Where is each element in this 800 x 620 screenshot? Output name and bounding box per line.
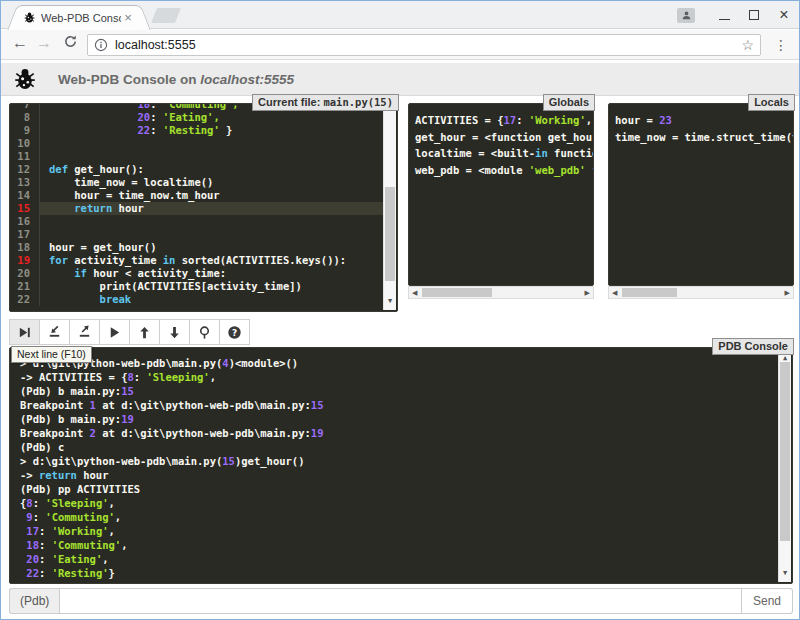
locals-scrollbar-thumb[interactable] bbox=[622, 288, 677, 297]
browser-toolbar: ← → localhost:5555 ☆ ⋮ bbox=[1, 30, 799, 60]
forward-button[interactable]: → bbox=[33, 34, 55, 52]
pdb-console-badge: PDB Console bbox=[712, 338, 794, 355]
console-lines: > d:\git\python-web-pdb\main.py(4)<modul… bbox=[10, 348, 776, 584]
scroll-down-icon[interactable]: ▼ bbox=[779, 566, 791, 580]
locals-badge: Locals bbox=[748, 94, 795, 111]
locals-horizontal-scrollbar[interactable]: ◀ ▶ bbox=[608, 286, 794, 299]
bug-logo-icon bbox=[12, 66, 38, 92]
arrow-down-icon bbox=[167, 325, 182, 340]
address-text: localhost:5555 bbox=[115, 38, 741, 52]
next-line-button[interactable] bbox=[9, 319, 40, 345]
command-row: (Pdb) Send bbox=[9, 588, 793, 614]
scroll-down-icon[interactable]: ▼ bbox=[384, 295, 396, 308]
maximize-button[interactable] bbox=[739, 2, 769, 28]
pdb-console-panel: > d:\git\python-web-pdb\main.py(4)<modul… bbox=[9, 347, 793, 584]
reload-icon bbox=[63, 34, 78, 49]
bug-favicon-icon bbox=[23, 11, 36, 24]
globals-horizontal-scrollbar[interactable]: ◀ ▶ bbox=[408, 286, 594, 299]
scroll-left-icon[interactable]: ◀ bbox=[412, 287, 417, 298]
command-input[interactable] bbox=[59, 588, 742, 614]
help-icon: ? bbox=[227, 325, 242, 340]
scroll-left-icon[interactable]: ◀ bbox=[612, 287, 617, 298]
code-editor-panel: 7 18: 'Commuting',8 20: 'Eating',9 22: '… bbox=[9, 103, 398, 312]
send-button[interactable]: Send bbox=[742, 588, 793, 614]
reload-button[interactable] bbox=[59, 34, 81, 53]
editor-vertical-scrollbar[interactable]: ▼ bbox=[383, 105, 396, 310]
continue-button[interactable] bbox=[99, 319, 130, 345]
console-vertical-scrollbar[interactable]: ▲ ▼ bbox=[778, 349, 791, 582]
tab-close-icon[interactable]: × bbox=[121, 11, 135, 24]
browser-tab[interactable]: Web-PDB Console on loc × bbox=[21, 5, 137, 29]
editor-scrollbar-thumb[interactable] bbox=[385, 187, 395, 281]
app-header: Web-PDB Console on localhost:5555 bbox=[1, 63, 799, 96]
globals-panel: ACTIVITIES = {17: 'Working', 18: 'Commut… bbox=[408, 103, 594, 299]
scroll-right-icon[interactable]: ▶ bbox=[785, 287, 790, 298]
page-title: Web-PDB Console on localhost:5555 bbox=[58, 72, 294, 87]
browser-menu-button[interactable]: ⋮ bbox=[769, 33, 793, 57]
info-icon[interactable] bbox=[94, 38, 108, 52]
code-lines: 7 18: 'Commuting',8 20: 'Eating',9 22: '… bbox=[10, 103, 383, 306]
locals-panel: hour = 23time_now = time.struct_time(tm_… bbox=[608, 103, 794, 299]
locals-view: hour = 23time_now = time.struct_time(tm_… bbox=[608, 103, 794, 286]
help-button[interactable]: ? bbox=[219, 319, 250, 345]
person-icon bbox=[681, 10, 692, 21]
locals-lines: hour = 23time_now = time.struct_time(tm_… bbox=[609, 104, 794, 153]
step-over-icon bbox=[17, 325, 32, 340]
minimize-button[interactable] bbox=[709, 2, 739, 28]
page-title-host: localhost:5555 bbox=[200, 72, 294, 87]
pdb-prompt-label: (Pdb) bbox=[9, 588, 59, 614]
tab-strip: Web-PDB Console on loc × × bbox=[1, 1, 799, 29]
location-pin-icon bbox=[197, 325, 212, 340]
up-stack-button[interactable] bbox=[129, 319, 160, 345]
down-stack-button[interactable] bbox=[159, 319, 190, 345]
svg-text:?: ? bbox=[232, 327, 237, 337]
close-button[interactable]: × bbox=[769, 2, 799, 28]
step-into-icon bbox=[47, 325, 62, 340]
back-button[interactable]: ← bbox=[9, 34, 31, 52]
play-icon bbox=[107, 325, 122, 340]
arrow-up-icon bbox=[137, 325, 152, 340]
step-out-icon bbox=[77, 325, 92, 340]
tooltip: Next line (F10) bbox=[11, 346, 92, 363]
debug-toolbar: ? bbox=[9, 319, 250, 345]
new-tab-button[interactable] bbox=[151, 8, 181, 23]
pdb-console: > d:\git\python-web-pdb\main.py(4)<modul… bbox=[9, 347, 793, 584]
browser-window: Web-PDB Console on loc × × ← → localhost… bbox=[0, 0, 800, 620]
step-into-button[interactable] bbox=[39, 319, 70, 345]
bookmark-star-icon[interactable]: ☆ bbox=[741, 37, 754, 53]
code-editor: 7 18: 'Commuting',8 20: 'Eating',9 22: '… bbox=[9, 103, 398, 312]
scroll-right-icon[interactable]: ▶ bbox=[585, 287, 590, 298]
globals-badge: Globals bbox=[543, 94, 595, 111]
globals-scrollbar-thumb[interactable] bbox=[422, 288, 492, 297]
globals-view: ACTIVITIES = {17: 'Working', 18: 'Commut… bbox=[408, 103, 594, 286]
console-scrollbar-thumb[interactable] bbox=[780, 362, 790, 541]
globals-lines: ACTIVITIES = {17: 'Working', 18: 'Commut… bbox=[409, 104, 594, 186]
address-bar[interactable]: localhost:5555 ☆ bbox=[87, 34, 761, 56]
current-location-button[interactable] bbox=[189, 319, 220, 345]
step-out-button[interactable] bbox=[69, 319, 100, 345]
tab-title: Web-PDB Console on loc bbox=[41, 12, 121, 24]
current-file-badge: Current file: main.py(15) bbox=[252, 94, 399, 111]
profile-button[interactable] bbox=[677, 8, 695, 23]
